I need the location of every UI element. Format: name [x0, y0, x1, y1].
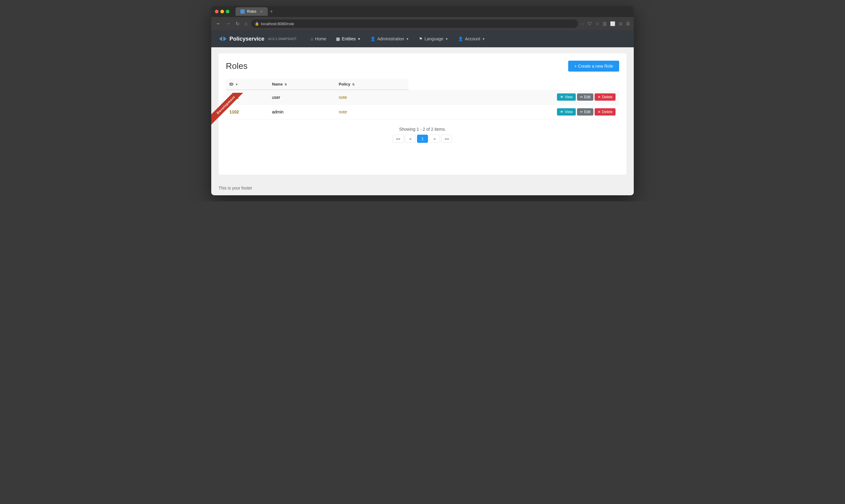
policy-sort-icon: ⇅ — [352, 83, 355, 86]
row-2-view-button[interactable]: 👁 View — [557, 108, 576, 115]
row-2-name: admin — [268, 105, 335, 120]
edit-icon: ✏ — [580, 110, 583, 114]
row-1-name: user — [268, 90, 335, 105]
account-icon: 👤 — [458, 36, 463, 41]
nav-language-label: Language — [425, 36, 444, 41]
pagination-info: Showing 1 - 2 of 2 items. — [226, 127, 619, 132]
nav-links: ⌂ Home ▦ Entities ▼ 👤 Administration ▼ ⚑… — [306, 34, 626, 44]
page-header: Roles + Create a new Role — [226, 61, 619, 72]
entities-icon: ▦ — [336, 36, 340, 41]
col-id-label: ID — [229, 82, 234, 86]
nav-account[interactable]: 👤 Account ▼ — [454, 34, 489, 44]
home-button[interactable]: ⌂ — [243, 20, 248, 28]
pagination-controls: «« « 1 » »» — [226, 134, 619, 143]
brand: Policyservice v0.0.1-SNAPSHOT — [219, 36, 296, 42]
administration-icon: 👤 — [370, 36, 376, 41]
row-1-actions: 👁 View ✏ Edit ✕ Delete — [409, 90, 619, 105]
table-header-row: ID ▼ Name ⇅ Policy ⇅ — [226, 79, 619, 90]
traffic-lights — [215, 10, 229, 13]
more-options-icon[interactable]: ··· — [580, 21, 584, 26]
view-icon: 👁 — [560, 95, 564, 99]
row-2-policy: note — [335, 105, 409, 120]
brand-version: v0.0.1-SNAPSHOT — [268, 37, 296, 41]
toolbar-right: ··· 🛡 ☆ ||| ⬜ ⊙ ☰ — [580, 21, 630, 26]
row-1-delete-button[interactable]: ✕ Delete — [594, 93, 616, 101]
col-name[interactable]: Name ⇅ — [268, 79, 335, 90]
page-1-button[interactable]: 1 — [417, 134, 428, 143]
table-header: ID ▼ Name ⇅ Policy ⇅ — [226, 79, 619, 90]
tab-favicon — [240, 10, 245, 14]
nav-administration-label: Administration — [377, 36, 404, 41]
browser-titlebar: Roles ✕ + — [211, 6, 634, 17]
language-icon: ⚑ — [419, 36, 423, 41]
page-title: Roles — [226, 61, 248, 71]
row-2-edit-button[interactable]: ✏ Edit — [577, 108, 594, 115]
main-content: Roles + Create a new Role ID ▼ Name ⇅ — [219, 53, 626, 175]
entities-caret-icon: ▼ — [358, 37, 361, 41]
name-sort-icon: ⇅ — [284, 83, 287, 86]
table-row: 1101 user note 👁 View ✏ Edit — [226, 90, 619, 105]
create-new-role-button[interactable]: + Create a new Role — [568, 61, 619, 72]
profile-icon[interactable]: ⊙ — [619, 21, 622, 26]
nav-account-label: Account — [465, 36, 481, 41]
home-icon: ⌂ — [310, 36, 313, 41]
row-2-delete-button[interactable]: ✕ Delete — [594, 108, 616, 115]
footer-text: This is your footer — [219, 185, 252, 191]
col-policy[interactable]: Policy ⇅ — [335, 79, 409, 90]
nav-home[interactable]: ⌂ Home — [306, 34, 330, 44]
roles-table: ID ▼ Name ⇅ Policy ⇅ — [226, 79, 619, 120]
url-text: localhost:8080/role — [261, 21, 294, 26]
split-view-icon[interactable]: ⬜ — [610, 21, 615, 26]
nav-home-label: Home — [315, 36, 326, 41]
table-row: 1102 admin note 👁 View ✏ Edit — [226, 105, 619, 120]
active-tab[interactable]: Roles ✕ — [236, 7, 268, 16]
forward-button[interactable]: → — [225, 20, 232, 28]
nav-entities-label: Entities — [342, 36, 356, 41]
col-policy-label: Policy — [339, 82, 350, 86]
brand-name: Policyservice — [229, 36, 264, 42]
refresh-button[interactable]: ↻ — [234, 20, 241, 28]
row-1-edit-button[interactable]: ✏ Edit — [577, 93, 594, 101]
nav-administration[interactable]: 👤 Administration ▼ — [366, 34, 413, 44]
prev-page-button[interactable]: « — [405, 134, 416, 143]
tab-label: Roles — [247, 10, 257, 14]
view-icon: 👁 — [560, 110, 564, 114]
next-page-button[interactable]: » — [429, 134, 440, 143]
fullscreen-button[interactable] — [226, 10, 229, 13]
tab-close-button[interactable]: ✕ — [260, 10, 263, 14]
last-page-button[interactable]: »» — [441, 134, 452, 143]
col-id[interactable]: ID ▼ — [226, 79, 268, 90]
first-page-button[interactable]: «« — [393, 134, 404, 143]
administration-caret-icon: ▼ — [406, 37, 409, 41]
delete-icon: ✕ — [598, 110, 601, 114]
app-navbar: Policyservice v0.0.1-SNAPSHOT ⌂ Home ▦ E… — [211, 30, 634, 47]
back-button[interactable]: ← — [215, 20, 222, 28]
row-1-id: 1101 — [226, 90, 268, 105]
nav-entities[interactable]: ▦ Entities ▼ — [332, 34, 365, 44]
row-1-action-buttons: 👁 View ✏ Edit ✕ Delete — [412, 93, 616, 101]
app-content: Policyservice v0.0.1-SNAPSHOT ⌂ Home ▦ E… — [211, 30, 634, 195]
row-2-actions: 👁 View ✏ Edit ✕ Delete — [409, 105, 619, 120]
account-caret-icon: ▼ — [482, 37, 485, 41]
security-icon: 🔒 — [255, 21, 259, 26]
bookmarks-list-icon[interactable]: ||| — [603, 21, 606, 26]
address-bar[interactable]: 🔒 localhost:8080/role — [251, 19, 578, 28]
minimize-button[interactable] — [220, 10, 224, 13]
browser-toolbar: ← → ↻ ⌂ 🔒 localhost:8080/role ··· 🛡 ☆ ||… — [211, 17, 634, 30]
shield-icon: 🛡 — [588, 21, 592, 26]
app-footer: This is your footer — [211, 181, 634, 195]
bookmark-icon[interactable]: ☆ — [596, 21, 600, 26]
brand-logo — [219, 36, 227, 42]
browser-window: Roles ✕ + ← → ↻ ⌂ 🔒 localhost:8080/role … — [211, 6, 634, 195]
close-button[interactable] — [215, 10, 219, 13]
row-1-view-button[interactable]: 👁 View — [557, 93, 576, 101]
row-2-action-buttons: 👁 View ✏ Edit ✕ Delete — [412, 108, 616, 115]
col-name-label: Name — [272, 82, 282, 86]
nav-language[interactable]: ⚑ Language ▼ — [415, 34, 452, 44]
new-tab-button[interactable]: + — [270, 9, 273, 14]
row-2-id: 1102 — [226, 105, 268, 120]
menu-icon[interactable]: ☰ — [626, 21, 630, 26]
tab-bar: Roles ✕ + — [236, 7, 630, 16]
edit-icon: ✏ — [580, 95, 583, 99]
table-body: 1101 user note 👁 View ✏ Edit — [226, 90, 619, 120]
